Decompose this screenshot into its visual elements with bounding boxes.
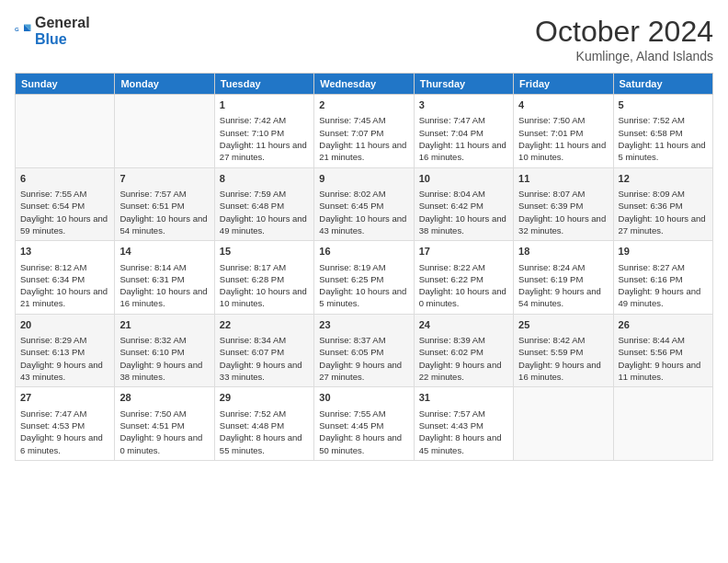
day-info: Daylight: 8 hours and 50 minutes. [319, 431, 408, 456]
day-info: Sunrise: 7:52 AM [619, 114, 708, 126]
calendar-cell: 1Sunrise: 7:42 AMSunset: 7:10 PMDaylight… [214, 95, 313, 168]
calendar-week-2: 6Sunrise: 7:55 AMSunset: 6:54 PMDaylight… [16, 167, 713, 241]
day-info: Daylight: 11 hours and 5 minutes. [619, 139, 708, 164]
day-number: 5 [619, 98, 708, 112]
day-number: 23 [319, 318, 408, 332]
calendar-cell: 18Sunrise: 8:24 AMSunset: 6:19 PMDayligh… [514, 241, 613, 315]
day-info: Sunset: 6:05 PM [319, 346, 408, 358]
day-number: 4 [518, 98, 608, 112]
day-info: Daylight: 11 hours and 21 minutes. [319, 139, 408, 164]
day-info: Daylight: 9 hours and 43 minutes. [20, 359, 109, 384]
day-info: Sunset: 6:25 PM [319, 273, 408, 285]
calendar-cell: 4Sunrise: 7:50 AMSunset: 7:01 PMDaylight… [514, 95, 613, 168]
day-info: Sunrise: 8:24 AM [518, 261, 608, 273]
day-info: Sunrise: 8:27 AM [619, 261, 708, 273]
day-info: Sunrise: 8:32 AM [119, 334, 209, 346]
calendar-cell: 26Sunrise: 8:44 AMSunset: 5:56 PMDayligh… [613, 314, 712, 387]
day-info: Sunset: 4:48 PM [220, 419, 309, 431]
calendar-cell: 2Sunrise: 7:45 AMSunset: 7:07 PMDaylight… [314, 95, 414, 168]
day-info: Daylight: 9 hours and 22 minutes. [419, 359, 508, 384]
day-info: Sunset: 4:43 PM [419, 419, 508, 431]
calendar-cell [514, 387, 613, 461]
day-info: Sunset: 4:53 PM [20, 419, 109, 431]
calendar-table: SundayMondayTuesdayWednesdayThursdayFrid… [15, 73, 713, 461]
day-info: Sunrise: 7:57 AM [119, 188, 209, 200]
day-number: 7 [119, 172, 209, 186]
day-info: Daylight: 10 hours and 16 minutes. [119, 285, 209, 310]
calendar-week-3: 13Sunrise: 8:12 AMSunset: 6:34 PMDayligh… [16, 241, 713, 315]
day-info: Sunset: 5:59 PM [518, 346, 608, 358]
header-monday: Monday [115, 74, 214, 95]
calendar-week-1: 1Sunrise: 7:42 AMSunset: 7:10 PMDaylight… [16, 95, 713, 168]
header-thursday: Thursday [414, 74, 513, 95]
day-number: 8 [220, 172, 309, 186]
calendar-cell: 20Sunrise: 8:29 AMSunset: 6:13 PMDayligh… [16, 314, 115, 387]
day-info: Daylight: 9 hours and 54 minutes. [518, 285, 608, 310]
calendar-cell [613, 387, 712, 461]
calendar-cell: 23Sunrise: 8:37 AMSunset: 6:05 PMDayligh… [314, 314, 414, 387]
day-number: 25 [518, 318, 608, 332]
day-info: Sunset: 6:07 PM [220, 346, 309, 358]
day-info: Daylight: 8 hours and 45 minutes. [419, 431, 508, 456]
day-info: Sunrise: 7:55 AM [319, 408, 408, 419]
day-info: Sunrise: 7:55 AM [20, 188, 109, 200]
day-number: 14 [119, 245, 209, 259]
calendar-cell: 6Sunrise: 7:55 AMSunset: 6:54 PMDaylight… [16, 167, 115, 241]
calendar-cell: 31Sunrise: 7:57 AMSunset: 4:43 PMDayligh… [414, 387, 513, 461]
day-info: Daylight: 10 hours and 49 minutes. [220, 213, 309, 237]
day-info: Sunrise: 8:12 AM [20, 261, 109, 273]
header-friday: Friday [514, 74, 613, 95]
calendar-cell: 30Sunrise: 7:55 AMSunset: 4:45 PMDayligh… [314, 387, 414, 461]
day-info: Sunrise: 8:42 AM [518, 334, 608, 346]
calendar-cell: 9Sunrise: 8:02 AMSunset: 6:45 PMDaylight… [314, 167, 414, 241]
day-info: Sunrise: 8:34 AM [220, 334, 309, 346]
day-info: Sunrise: 8:02 AM [319, 188, 408, 200]
calendar-cell: 12Sunrise: 8:09 AMSunset: 6:36 PMDayligh… [613, 167, 712, 241]
day-info: Daylight: 9 hours and 0 minutes. [119, 431, 209, 456]
day-info: Sunrise: 8:44 AM [619, 334, 708, 346]
header-saturday: Saturday [613, 74, 712, 95]
day-info: Sunrise: 8:29 AM [20, 334, 109, 346]
logo-general: General [35, 15, 90, 30]
day-info: Sunset: 7:01 PM [518, 127, 608, 139]
logo-icon: G [15, 22, 33, 40]
day-info: Daylight: 9 hours and 49 minutes. [619, 285, 708, 310]
calendar-cell: 10Sunrise: 8:04 AMSunset: 6:42 PMDayligh… [414, 167, 513, 241]
day-number: 18 [518, 245, 608, 259]
month-title: October 2024 [535, 15, 713, 49]
day-info: Sunrise: 7:57 AM [419, 408, 508, 419]
day-number: 21 [119, 318, 209, 332]
day-info: Daylight: 10 hours and 32 minutes. [518, 213, 608, 237]
calendar-cell: 11Sunrise: 8:07 AMSunset: 6:39 PMDayligh… [514, 167, 613, 241]
header-wednesday: Wednesday [314, 74, 414, 95]
day-number: 6 [20, 172, 109, 186]
day-number: 24 [419, 318, 508, 332]
day-info: Sunset: 4:51 PM [119, 419, 209, 431]
day-info: Sunrise: 7:42 AM [220, 114, 309, 126]
calendar-cell: 15Sunrise: 8:17 AMSunset: 6:28 PMDayligh… [214, 241, 313, 315]
day-info: Daylight: 10 hours and 10 minutes. [220, 285, 309, 310]
day-number: 12 [619, 172, 708, 186]
day-info: Sunset: 6:10 PM [119, 346, 209, 358]
day-number: 3 [419, 98, 508, 112]
day-info: Daylight: 10 hours and 21 minutes. [20, 285, 109, 310]
day-number: 28 [119, 391, 209, 405]
calendar-cell: 17Sunrise: 8:22 AMSunset: 6:22 PMDayligh… [414, 241, 513, 315]
day-info: Sunset: 6:42 PM [419, 200, 508, 212]
day-info: Sunrise: 7:50 AM [119, 408, 209, 419]
day-number: 30 [319, 391, 408, 405]
calendar-cell: 27Sunrise: 7:47 AMSunset: 4:53 PMDayligh… [16, 387, 115, 461]
day-number: 1 [220, 98, 309, 112]
day-info: Daylight: 10 hours and 0 minutes. [419, 285, 508, 310]
location: Kumlinge, Aland Islands [535, 49, 713, 63]
day-info: Sunset: 6:51 PM [119, 200, 209, 212]
day-info: Sunset: 6:39 PM [518, 200, 608, 212]
day-number: 19 [619, 245, 708, 259]
calendar-cell [16, 95, 115, 168]
day-info: Sunset: 6:22 PM [419, 273, 508, 285]
day-info: Daylight: 10 hours and 27 minutes. [619, 213, 708, 237]
day-info: Daylight: 8 hours and 55 minutes. [220, 431, 309, 456]
day-info: Daylight: 10 hours and 43 minutes. [319, 213, 408, 237]
day-number: 27 [20, 391, 109, 405]
calendar-cell: 14Sunrise: 8:14 AMSunset: 6:31 PMDayligh… [115, 241, 214, 315]
